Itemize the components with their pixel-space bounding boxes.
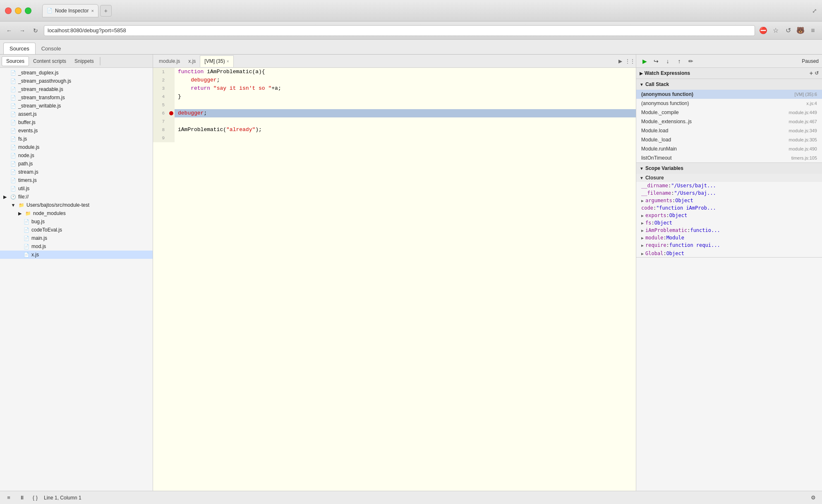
- file-stream-readable[interactable]: 📄 _stream_readable.js: [0, 85, 153, 93]
- tab-sources[interactable]: Sources: [3, 43, 36, 54]
- file-events[interactable]: 📄 events.js: [0, 127, 153, 135]
- file-stream-passthrough[interactable]: 📄 _stream_passthrough.js: [0, 77, 153, 85]
- expand-require-icon[interactable]: ▶: [641, 243, 644, 248]
- editor-tab-x[interactable]: x.js: [184, 55, 200, 67]
- resume-button[interactable]: ▶: [640, 56, 649, 66]
- scope-key-require: require: [645, 242, 666, 248]
- scope-iAmProblematic[interactable]: ▶ iAmProblematic : functio...: [636, 227, 822, 234]
- file-stream-transform[interactable]: 📄 _stream_transform.js: [0, 93, 153, 102]
- tab-console[interactable]: Console: [36, 43, 67, 54]
- call-stack-item-3[interactable]: Module._extensions..js module.js:467: [636, 117, 822, 126]
- back-button[interactable]: ←: [4, 26, 14, 36]
- scope-global[interactable]: ▶ Global : Object: [636, 250, 822, 257]
- step-out-button[interactable]: ↑: [674, 56, 684, 66]
- stop-icon[interactable]: ⛔: [758, 26, 768, 36]
- scope-exports[interactable]: ▶ exports : Object: [636, 212, 822, 219]
- file-fs[interactable]: 📄 fs.js: [0, 135, 153, 143]
- code-line-9: 9: [153, 134, 636, 142]
- file-x[interactable]: 📄 x.js: [0, 251, 153, 259]
- console-btn[interactable]: ≡: [4, 493, 13, 502]
- file-stream-writable[interactable]: 📄 _stream_writable.js: [0, 102, 153, 110]
- file-module[interactable]: 📄 module.js: [0, 143, 153, 151]
- scope-module[interactable]: ▶ module : Module: [636, 234, 822, 241]
- expand-module-icon[interactable]: ▶: [641, 236, 644, 240]
- tab-close-icon[interactable]: ×: [91, 8, 93, 13]
- address-input[interactable]: [44, 25, 755, 36]
- maximize-button[interactable]: [25, 7, 31, 14]
- call-stack-item-4[interactable]: Module.load module.js:349: [636, 126, 822, 135]
- refresh-icon[interactable]: ↺: [783, 26, 793, 36]
- file-stream-duplex[interactable]: 📄 _stream_duplex.js: [0, 69, 153, 77]
- step-into-button[interactable]: ↓: [663, 56, 673, 66]
- file-codeToEval[interactable]: 📄 codeToEval.js: [0, 226, 153, 234]
- browser-tab-label: Node Inspector: [55, 8, 89, 14]
- code-line-1: 1 function iAmProblematic(a){: [153, 68, 636, 76]
- code-line-7: 7: [153, 117, 636, 126]
- subtab-content-scripts[interactable]: Content scripts: [29, 57, 70, 66]
- call-stack-item-1[interactable]: (anonymous function) x.js:4: [636, 99, 822, 108]
- scope-arguments[interactable]: ▶ arguments : Object: [636, 197, 822, 204]
- bookmark-icon[interactable]: ☆: [771, 26, 781, 36]
- file-util[interactable]: 📄 util.js: [0, 184, 153, 193]
- file-buffer[interactable]: 📄 buffer.js: [0, 118, 153, 127]
- pause-btn[interactable]: ⏸: [17, 493, 26, 502]
- scope-fs[interactable]: ▶ fs : Object: [636, 219, 822, 227]
- reload-button[interactable]: ↻: [31, 26, 41, 36]
- call-stack-item-0[interactable]: (anonymous function) [VM] (35):6: [636, 90, 822, 99]
- minimize-button[interactable]: [15, 7, 22, 14]
- call-stack-item-5[interactable]: Module._load module.js:305: [636, 135, 822, 144]
- extension-icon[interactable]: 🐻: [796, 26, 805, 36]
- line-gutter-6: [168, 109, 175, 117]
- file-stream[interactable]: 📄 stream.js: [0, 168, 153, 176]
- file-timers[interactable]: 📄 timers.js: [0, 176, 153, 184]
- format-ctrl-icon[interactable]: ⋮⋮: [626, 57, 634, 65]
- expand-arguments-icon[interactable]: ▶: [641, 198, 644, 203]
- call-stack-header[interactable]: ▼ Call Stack: [636, 79, 822, 90]
- toolbar-icons: ⛔ ☆ ↺ 🐻 ≡: [758, 26, 818, 36]
- close-button[interactable]: [5, 7, 12, 14]
- file-path[interactable]: 📄 path.js: [0, 160, 153, 168]
- scope-require[interactable]: ▶ require : function requi...: [636, 241, 822, 249]
- folder-users-bajtos[interactable]: ▼ 📁 Users/bajtos/src/module-test: [0, 201, 153, 209]
- resize-icon[interactable]: ⤢: [812, 7, 817, 14]
- refresh-watch-icon[interactable]: ↺: [815, 70, 819, 76]
- line-content-8: iAmProblematic("already");: [175, 126, 262, 134]
- file-node[interactable]: 📄 node.js: [0, 151, 153, 160]
- closure-header[interactable]: ▼ Closure: [636, 174, 822, 182]
- expand-exports-icon[interactable]: ▶: [641, 213, 644, 218]
- file-bug[interactable]: 📄 bug.js: [0, 217, 153, 226]
- expand-iAmProblematic-icon[interactable]: ▶: [641, 228, 644, 233]
- tab-close-vm-icon[interactable]: ×: [227, 59, 229, 64]
- play-ctrl-icon[interactable]: ▶: [616, 57, 624, 65]
- folder-file-protocol[interactable]: ▶ 🕐 file://: [0, 193, 153, 201]
- watch-expressions-header[interactable]: ▶ Watch Expressions + ↺: [636, 68, 822, 79]
- editor-tab-module[interactable]: module.js: [155, 55, 184, 67]
- expand-fs-icon[interactable]: ▶: [641, 221, 644, 225]
- call-stack-file-1: x.js:4: [806, 101, 817, 106]
- subtab-sources[interactable]: Sources: [2, 56, 29, 66]
- subtab-snippets[interactable]: Snippets: [70, 57, 98, 66]
- folder-node-modules[interactable]: ▶ 📁 node_modules: [0, 209, 153, 217]
- deactivate-button[interactable]: ✏: [686, 56, 696, 66]
- file-main[interactable]: 📄 main.js: [0, 234, 153, 242]
- forward-button[interactable]: →: [17, 26, 27, 36]
- settings-gear-icon[interactable]: ⚙: [809, 493, 818, 502]
- call-stack-item-6[interactable]: Module.runMain module.js:490: [636, 144, 822, 153]
- step-over-button[interactable]: ↪: [651, 56, 661, 66]
- call-stack-item-7[interactable]: listOnTimeout timers.js:105: [636, 153, 822, 162]
- add-watch-icon[interactable]: +: [810, 70, 813, 76]
- menu-icon[interactable]: ≡: [808, 26, 818, 36]
- browser-tab[interactable]: 📄 Node Inspector ×: [42, 4, 98, 17]
- file-assert[interactable]: 📄 assert.js: [0, 110, 153, 118]
- call-stack-file-5: module.js:305: [789, 137, 817, 142]
- call-stack-item-2[interactable]: Module._compile module.js:449: [636, 108, 822, 117]
- call-stack-fn-2: Module._compile: [641, 110, 789, 115]
- folder-open-icon: 📁: [18, 202, 25, 208]
- expand-global-icon[interactable]: ▶: [641, 251, 644, 256]
- editor-tab-vm[interactable]: [VM] (35) ×: [200, 55, 233, 67]
- code-editor[interactable]: 1 function iAmProblematic(a){ 2 debugger…: [153, 68, 636, 491]
- file-mod[interactable]: 📄 mod.js: [0, 242, 153, 251]
- scope-variables-header[interactable]: ▼ Scope Variables: [636, 163, 822, 174]
- new-tab-button[interactable]: +: [100, 5, 112, 17]
- curly-braces-btn[interactable]: { }: [31, 493, 40, 502]
